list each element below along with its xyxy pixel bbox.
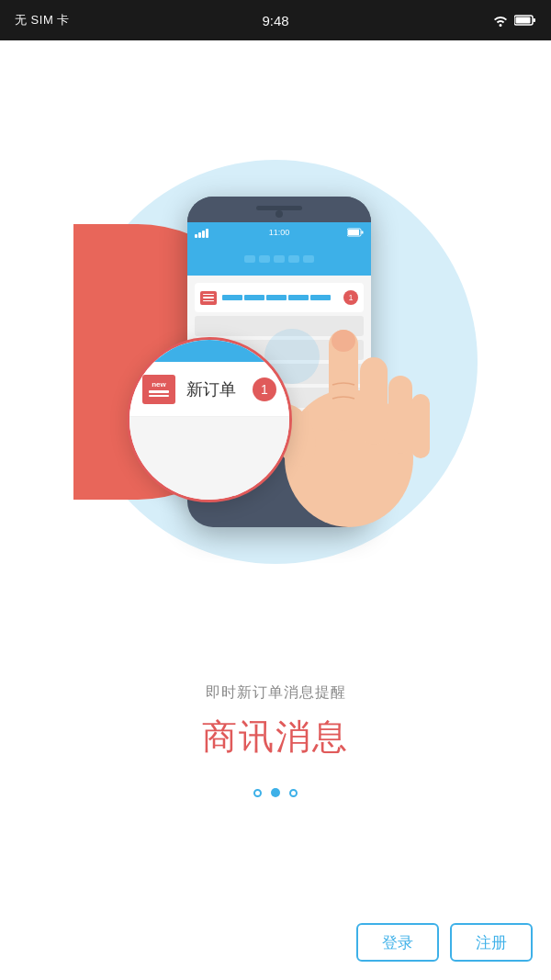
svg-rect-4 bbox=[348, 230, 359, 235]
svg-rect-11 bbox=[411, 394, 430, 458]
svg-rect-2 bbox=[534, 18, 536, 22]
status-icons bbox=[492, 14, 536, 27]
login-button[interactable]: 登录 bbox=[356, 923, 439, 962]
dot-2[interactable] bbox=[271, 788, 280, 797]
status-bar: 无 SIM 卡 9:48 bbox=[0, 0, 551, 40]
battery-icon bbox=[514, 14, 536, 27]
svg-rect-5 bbox=[362, 231, 364, 234]
zoom-item-text: 新订单 bbox=[186, 378, 236, 400]
phone-header bbox=[187, 242, 371, 276]
zoom-circle: new 新订单 1 bbox=[127, 337, 292, 502]
dot-3[interactable] bbox=[289, 789, 298, 797]
svg-rect-10 bbox=[388, 376, 412, 454]
dots-indicator bbox=[253, 788, 298, 797]
signal-bars-icon bbox=[195, 227, 208, 238]
title-text: 商讯消息 bbox=[202, 714, 349, 760]
phone-battery-icon bbox=[347, 228, 364, 237]
zoom-item-icon: new bbox=[142, 375, 175, 404]
time-label: 9:48 bbox=[262, 13, 288, 28]
zoom-badge: 1 bbox=[253, 377, 276, 401]
carrier-label: 无 SIM 卡 bbox=[15, 12, 70, 28]
text-area: 即时新订单消息提醒 商讯消息 bbox=[202, 683, 349, 760]
svg-rect-1 bbox=[516, 17, 531, 24]
svg-rect-9 bbox=[360, 357, 388, 445]
register-button[interactable]: 注册 bbox=[450, 923, 533, 962]
bottom-buttons: 登录 注册 bbox=[356, 923, 533, 962]
phone-status: 11:00 bbox=[187, 222, 371, 242]
wifi-icon bbox=[492, 14, 509, 27]
phone-time: 11:00 bbox=[269, 228, 290, 237]
main-content: 11:00 bbox=[0, 40, 551, 980]
subtitle-text: 即时新订单消息提醒 bbox=[206, 683, 346, 703]
illustration-area: 11:00 bbox=[0, 50, 551, 674]
dot-1[interactable] bbox=[253, 789, 262, 797]
zoom-list-item: new 新订单 1 bbox=[129, 362, 289, 417]
svg-point-12 bbox=[332, 330, 355, 352]
